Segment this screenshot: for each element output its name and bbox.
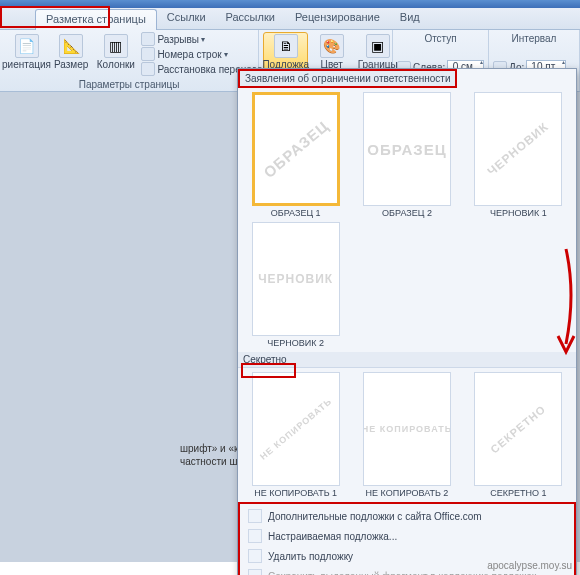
watermark-sample-1[interactable]: ОБРАЗЕЦ ОБРАЗЕЦ 1 xyxy=(242,92,349,218)
tab-mailings[interactable]: Рассылки xyxy=(216,8,285,29)
site-watermark: apocalypse.moy.su xyxy=(487,560,572,571)
breaks-icon xyxy=(141,32,155,46)
group-page-setup: 📄 риентация 📐 Размер ▥ Колонки Разрывы▾ … xyxy=(0,30,259,91)
line-numbers-icon xyxy=(141,47,155,61)
save-icon xyxy=(248,569,262,575)
watermark-dropdown: Заявления об ограничении ответственности… xyxy=(237,68,577,575)
custom-watermark-menuitem[interactable]: Настраиваемая подложка... xyxy=(240,526,574,546)
tab-links[interactable]: Ссылки xyxy=(157,8,216,29)
orientation-button[interactable]: 📄 риентация xyxy=(4,32,49,78)
globe-icon xyxy=(248,509,262,523)
watermark-draft-1[interactable]: ЧЕРНОВИК ЧЕРНОВИК 1 xyxy=(465,92,572,218)
columns-button[interactable]: ▥ Колонки xyxy=(93,32,138,78)
line-numbers-button[interactable]: Номера строк▾ xyxy=(139,47,275,61)
group-label-page-setup: Параметры страницы xyxy=(4,78,254,91)
watermark-nocopy-1[interactable]: НЕ КОПИРОВАТЬ НЕ КОПИРОВАТЬ 1 xyxy=(242,372,349,498)
watermark-nocopy-2[interactable]: НЕ КОПИРОВАТЬ НЕ КОПИРОВАТЬ 2 xyxy=(353,372,460,498)
tab-page-layout[interactable]: Разметка страницы xyxy=(35,9,157,30)
title-bar xyxy=(0,0,580,8)
hyphenation-icon xyxy=(141,62,155,76)
columns-icon: ▥ xyxy=(104,34,128,58)
watermark-draft-2[interactable]: ЧЕРНОВИК ЧЕРНОВИК 2 xyxy=(242,222,349,348)
breaks-button[interactable]: Разрывы▾ xyxy=(139,32,275,46)
section-secret: Секретно xyxy=(238,352,576,368)
page-borders-icon: ▣ xyxy=(366,34,390,58)
more-watermarks-menuitem[interactable]: Дополнительные подложки с сайта Office.c… xyxy=(240,506,574,526)
remove-icon xyxy=(248,549,262,563)
size-icon: 📐 xyxy=(59,34,83,58)
tab-review[interactable]: Рецензирование xyxy=(285,8,390,29)
size-button[interactable]: 📐 Размер xyxy=(50,32,92,78)
ribbon-tabs: Разметка страницы Ссылки Рассылки Реценз… xyxy=(0,8,580,30)
watermark-sample-2[interactable]: ОБРАЗЕЦ ОБРАЗЕЦ 2 xyxy=(353,92,460,218)
section-disclaimer: Заявления об ограничении ответственности xyxy=(238,69,457,88)
watermark-icon: 🗎 xyxy=(274,34,298,58)
page-color-icon: 🎨 xyxy=(320,34,344,58)
custom-icon xyxy=(248,529,262,543)
watermark-secret-1[interactable]: СЕКРЕТНО СЕКРЕТНО 1 xyxy=(465,372,572,498)
orientation-icon: 📄 xyxy=(15,34,39,58)
tab-view[interactable]: Вид xyxy=(390,8,430,29)
